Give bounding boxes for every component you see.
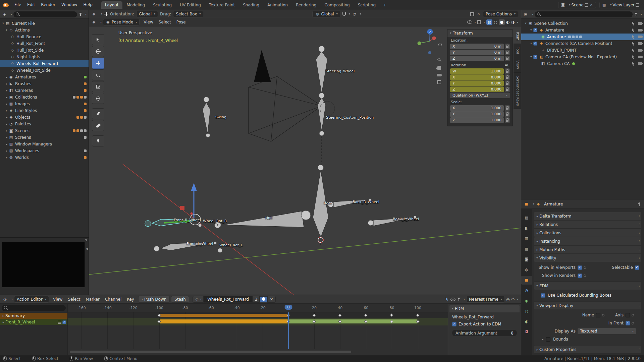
summary-hold-bar[interactable]: [159, 314, 289, 317]
lock-icon[interactable]: [505, 56, 510, 61]
overlay-toggle-icon[interactable]: [470, 12, 474, 16]
sliders-icon[interactable]: [58, 320, 61, 324]
tree-row[interactable]: ▸ Window Managers: [0, 141, 89, 147]
selectable-toggle-icon[interactable]: [632, 55, 635, 59]
lock-icon[interactable]: [505, 105, 510, 111]
selectable-toggle-icon[interactable]: [632, 21, 635, 25]
viewport-menu[interactable]: Pose: [174, 19, 189, 25]
proportional-edit-icon[interactable]: ◎: [506, 297, 509, 302]
tree-row[interactable]: ▸ Line Styles: [0, 107, 89, 114]
menubar-item[interactable]: Edit: [24, 0, 38, 10]
proportional-editing-icon[interactable]: [352, 12, 357, 16]
menubar-item[interactable]: File: [11, 0, 24, 10]
outliner-row[interactable]: ▸ Connectors (CA Camera Position): [521, 40, 644, 47]
lock-icon[interactable]: [505, 86, 510, 92]
render-visibility-icon[interactable]: [638, 22, 642, 25]
snap-magnet-icon[interactable]: [342, 12, 346, 16]
tree-row[interactable]: ▸ Worlds: [0, 154, 89, 161]
outliner-row[interactable]: ▸ Camera CA (Preview-Not_Exported): [521, 54, 644, 60]
filter-icon[interactable]: [634, 12, 638, 16]
workspace-tab[interactable]: Rendering: [292, 1, 320, 9]
shading-solid-icon[interactable]: ●: [499, 19, 505, 25]
preview-editor[interactable]: ◀: [0, 237, 89, 295]
number-field[interactable]: Z0 m: [450, 56, 504, 61]
properties-tab[interactable]: [521, 286, 532, 295]
panel-drag-handle[interactable]: ∷: [638, 239, 640, 243]
panel-header[interactable]: ▸ Delta Transform ∷: [534, 212, 641, 220]
export-checkbox[interactable]: [533, 28, 537, 32]
properties-tab[interactable]: [521, 214, 532, 222]
selectable-checkbox[interactable]: [635, 265, 639, 270]
panel-drag-handle[interactable]: ∷: [638, 348, 640, 351]
render-visibility-icon[interactable]: [638, 56, 642, 58]
selectable-toggle-icon[interactable]: [632, 62, 635, 66]
workspace-tab[interactable]: UV Editing: [176, 1, 205, 9]
properties-tab[interactable]: [521, 297, 532, 305]
mirror-x-icon[interactable]: ✕: [476, 12, 481, 16]
panel-header[interactable]: ▸ Motion Paths ∷: [534, 246, 641, 253]
tree-row[interactable]: ▸ Objects: [0, 114, 89, 121]
panel-header[interactable]: ▸ Instancing ∷: [534, 237, 641, 245]
panel-drag-handle[interactable]: ∷: [638, 214, 640, 218]
hidden-channels-toggle-icon[interactable]: [450, 298, 455, 301]
camera-object[interactable]: [249, 76, 322, 141]
workspace-tab[interactable]: Texture Paint: [205, 1, 238, 9]
viewport-menu[interactable]: View: [141, 19, 156, 25]
outliner-row[interactable]: ▸ Scene Collection: [521, 20, 644, 27]
tree-row[interactable]: ▸ Wheels_Rot_Side: [0, 67, 89, 74]
fake-user-shield-icon[interactable]: [260, 296, 267, 302]
pin-icon[interactable]: [637, 202, 641, 206]
tool-measure[interactable]: [92, 120, 104, 131]
outliner-search-input[interactable]: [535, 11, 633, 17]
scene-selector[interactable]: ▾ Scene ✕: [558, 2, 596, 8]
animate-decorator[interactable]: [632, 314, 634, 316]
animate-decorator[interactable]: [602, 314, 604, 316]
number-field-keyframed[interactable]: X0.000: [450, 74, 504, 80]
panel-drag-handle[interactable]: ∷: [638, 248, 640, 251]
dope-menu[interactable]: View: [50, 296, 65, 302]
tree-row[interactable]: ▸ Images: [0, 101, 89, 107]
number-field[interactable]: X1.000: [450, 105, 504, 111]
zoom-icon[interactable]: [437, 58, 441, 62]
tree-row[interactable]: ▸ Scenes: [0, 127, 89, 134]
current-frame-line[interactable]: [288, 312, 289, 349]
render-visibility-icon[interactable]: [638, 62, 642, 65]
editor-type-icon[interactable]: [3, 297, 7, 302]
panel-drag-handle[interactable]: ∷: [638, 231, 640, 235]
sidebar-tab[interactable]: View: [514, 57, 521, 72]
number-field[interactable]: Y1.000: [450, 111, 504, 117]
bounds-checkbox[interactable]: [546, 337, 550, 342]
animate-decorator[interactable]: [584, 266, 586, 269]
viewport-3d[interactable]: ▾ Orientation: Global▾ Drag: Select Box▾…: [89, 10, 521, 295]
editor-type-icon[interactable]: [2, 12, 7, 17]
properties-tab[interactable]: [521, 328, 532, 337]
only-selected-toggle-icon[interactable]: [446, 297, 449, 301]
tree-row[interactable]: ▸ Palettes: [0, 121, 89, 127]
rotation-mode-dropdown[interactable]: Quaternion (WXYZ)▾: [450, 93, 510, 98]
workspace-tab[interactable]: Sculpting: [149, 1, 175, 9]
number-field[interactable]: Y0 m: [450, 50, 504, 55]
navigation-gizmo[interactable]: Z: [418, 29, 442, 54]
workspace-tab[interactable]: Animation: [264, 1, 291, 9]
menubar-item[interactable]: Help: [80, 0, 95, 10]
sidebar-tab[interactable]: Screencast Keys: [514, 73, 521, 109]
tree-row[interactable]: ▸ Armatures: [0, 74, 89, 80]
number-field[interactable]: X0 m: [450, 44, 504, 49]
selectable-toggle-icon[interactable]: [632, 35, 635, 39]
sidebar-tab[interactable]: Item: [514, 29, 521, 44]
tree-row[interactable]: ▸ Cameras: [0, 87, 89, 94]
properties-tab[interactable]: [521, 224, 532, 233]
tree-row[interactable]: ▸ Night_lights: [0, 54, 89, 60]
transform-panel-header[interactable]: ▸ Transform: [447, 29, 513, 37]
outliner-row[interactable]: ▸ Armature: [521, 27, 644, 34]
render-visibility-icon[interactable]: [638, 49, 642, 52]
blender-logo-icon[interactable]: [3, 3, 9, 7]
tree-row[interactable]: ▸ Hull_Rot_Side: [0, 47, 89, 54]
properties-tab[interactable]: [521, 276, 532, 285]
panel-drag-handle[interactable]: ∷: [638, 256, 640, 260]
render-visibility-icon[interactable]: [638, 29, 642, 32]
panel-header[interactable]: ▸ Relations ∷: [534, 221, 641, 228]
ortho-grid-icon[interactable]: [437, 80, 441, 84]
panel-header-edm[interactable]: ▸ EDM ∷: [534, 282, 641, 290]
edm-panel-header[interactable]: ▸ EDM: [449, 305, 520, 312]
